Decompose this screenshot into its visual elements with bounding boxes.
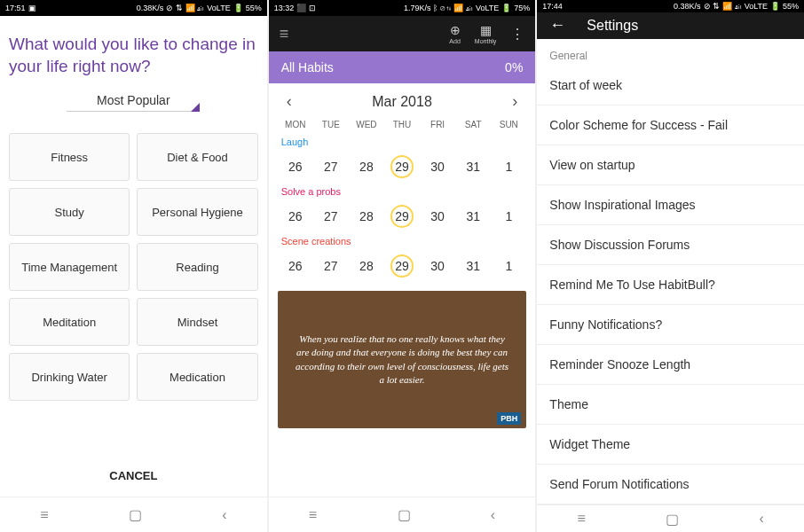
category-button[interactable]: Medication	[137, 353, 257, 401]
day-cell[interactable]: 28	[349, 154, 384, 179]
settings-item[interactable]: Remind Me To Use HabitBull?	[537, 265, 804, 305]
weekday-label: SAT	[455, 120, 491, 129]
screen-category-select: 17:51 ▣ 0.38K/s ⊘ ⇅ 📶 ₄ᵢₗ VoLTE 🔋 55% Wh…	[0, 0, 267, 532]
nav-recent-icon[interactable]: ≡	[40, 507, 48, 523]
day-cell[interactable]: 30	[420, 204, 455, 229]
status-speed: 1.79K/s	[404, 4, 431, 12]
status-battery: 55%	[246, 4, 262, 12]
nav-home-icon[interactable]: ▢	[129, 506, 142, 523]
category-button[interactable]: Reading	[137, 243, 257, 291]
battery-icon: 🔋	[233, 4, 243, 12]
settings-item[interactable]: Color Scheme for Success - Fail	[537, 106, 804, 145]
status-battery: 75%	[514, 4, 530, 12]
category-button[interactable]: Drinking Water	[9, 353, 130, 401]
category-button[interactable]: Study	[9, 188, 130, 236]
habits-calendar: Laugh2627282930311Solve a probs262728293…	[269, 133, 536, 282]
screen-settings: 17:44 0.38K/s ⊘ ⇅ 📶 ₄ᵢₗ VoLTE 🔋 55% ← Se…	[537, 0, 804, 532]
menu-icon[interactable]: ≡	[280, 25, 289, 43]
settings-list: Start of weekColor Scheme for Success - …	[537, 66, 804, 505]
day-cell[interactable]: 30	[420, 154, 455, 179]
status-signal: VoLTE	[745, 2, 768, 11]
category-button[interactable]: Personal Hygiene	[137, 188, 257, 236]
nav-back-icon[interactable]: ‹	[222, 507, 226, 523]
category-button[interactable]: Time Management	[9, 243, 130, 291]
section-header: General	[537, 39, 804, 66]
settings-item[interactable]: Show Discussion Forums	[537, 225, 804, 265]
category-button[interactable]: Diet & Food	[137, 133, 257, 181]
more-icon[interactable]: ⋮	[510, 26, 524, 43]
day-cell[interactable]: 29	[384, 204, 420, 229]
nav-back-icon[interactable]: ‹	[760, 511, 764, 527]
day-cell[interactable]: 1	[491, 254, 526, 278]
category-button[interactable]: Fitness	[9, 133, 130, 181]
signal-icon: 📶 ₄ᵢₗ	[453, 4, 473, 12]
status-bar: 17:44 0.38K/s ⊘ ⇅ 📶 ₄ᵢₗ VoLTE 🔋 55%	[537, 0, 804, 12]
wifi-icon: ⊘ ⇅	[166, 4, 183, 12]
category-grid: FitnessDiet & FoodStudyPersonal HygieneT…	[9, 133, 258, 401]
add-button[interactable]: ⊕ Add	[449, 23, 460, 44]
prev-month-button[interactable]: ‹	[287, 92, 292, 111]
wifi-icon: ⊘ ⇅	[704, 2, 721, 11]
day-cell[interactable]: 27	[313, 204, 349, 229]
status-signal: VoLTE	[207, 4, 230, 12]
settings-item[interactable]: Funny Notifications?	[537, 305, 804, 345]
settings-item[interactable]: Send Forum Notifications	[537, 465, 804, 505]
day-cell[interactable]: 29	[384, 254, 420, 278]
status-time: 13:32	[274, 4, 295, 12]
weekday-label: SUN	[491, 120, 526, 129]
sort-dropdown[interactable]: Most Popular	[67, 93, 200, 112]
day-cell[interactable]: 31	[455, 204, 491, 229]
signal-icon: 📶 ₄ᵢₗ	[185, 4, 205, 12]
nav-back-icon[interactable]: ‹	[491, 507, 495, 523]
day-cell[interactable]: 31	[455, 154, 491, 179]
day-cell[interactable]: 28	[349, 204, 384, 229]
day-cell[interactable]: 28	[349, 254, 384, 278]
inspiration-card[interactable]: When you realize that no one really know…	[278, 291, 527, 428]
habit-week: 2627282930311	[269, 200, 536, 232]
nav-recent-icon[interactable]: ≡	[309, 507, 317, 523]
settings-item[interactable]: Show Inspirational Images	[537, 185, 804, 225]
category-button[interactable]: Meditation	[9, 298, 130, 346]
month-label: Mar 2018	[372, 94, 432, 110]
settings-item[interactable]: Theme	[537, 385, 804, 425]
back-icon[interactable]: ←	[549, 16, 565, 35]
day-cell[interactable]: 27	[313, 154, 349, 179]
monthly-button[interactable]: ▦ Monthly	[475, 23, 497, 44]
day-cell[interactable]: 30	[420, 254, 455, 278]
day-cell[interactable]: 29	[384, 154, 420, 179]
category-button[interactable]: Mindset	[137, 298, 257, 346]
habit-label[interactable]: Scene creations	[269, 232, 536, 250]
weekday-label: WED	[349, 120, 384, 129]
nav-recent-icon[interactable]: ≡	[578, 511, 586, 527]
day-cell[interactable]: 1	[491, 204, 526, 229]
settings-item[interactable]: Reminder Snooze Length	[537, 345, 804, 385]
habit-label[interactable]: Solve a probs	[269, 183, 536, 200]
settings-item[interactable]: Widget Theme	[537, 425, 804, 465]
settings-item[interactable]: Start of week	[537, 66, 804, 106]
habit-week: 2627282930311	[269, 151, 536, 183]
nav-bar: ≡ ▢ ‹	[537, 505, 804, 532]
next-month-button[interactable]: ›	[512, 92, 517, 111]
day-cell[interactable]: 1	[491, 154, 526, 179]
bluetooth-icon: ᛒ ⊘ ⇅	[433, 4, 451, 12]
day-cell[interactable]: 27	[313, 254, 349, 278]
day-cell[interactable]: 26	[278, 204, 313, 229]
settings-item[interactable]: View on startup	[537, 145, 804, 185]
weekday-label: THU	[384, 120, 420, 129]
status-speed: 0.38K/s	[137, 4, 164, 12]
signal-icon: 📶 ₄ᵢₗ	[722, 2, 742, 11]
weekday-label: MON	[278, 120, 313, 129]
nav-home-icon[interactable]: ▢	[398, 506, 411, 523]
status-bar: 13:32 ⬛ ⊡ 1.79K/s ᛒ ⊘ ⇅ 📶 ₄ᵢₗ VoLTE 🔋 75…	[269, 0, 536, 16]
screen-calendar: 13:32 ⬛ ⊡ 1.79K/s ᛒ ⊘ ⇅ 📶 ₄ᵢₗ VoLTE 🔋 75…	[269, 0, 536, 532]
day-cell[interactable]: 26	[278, 154, 313, 179]
status-signal: VoLTE	[476, 4, 499, 12]
weekday-header: MONTUEWEDTHUFRISATSUN	[269, 116, 536, 133]
habits-summary-bar[interactable]: All Habits 0%	[269, 51, 536, 83]
quote-text: When you realize that no one really know…	[296, 332, 509, 387]
day-cell[interactable]: 31	[455, 254, 491, 278]
habit-label[interactable]: Laugh	[269, 133, 536, 151]
cancel-button[interactable]: CANCEL	[9, 455, 258, 497]
day-cell[interactable]: 26	[278, 254, 313, 278]
nav-home-icon[interactable]: ▢	[666, 511, 679, 528]
